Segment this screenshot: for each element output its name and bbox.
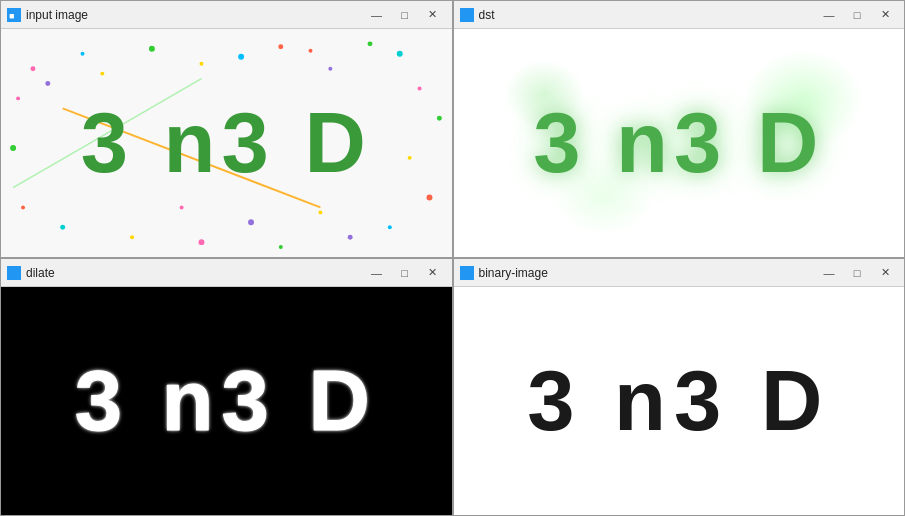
svg-rect-34 [461,267,473,279]
window-controls-binary[interactable]: — □ ✕ [816,263,898,283]
maximize-button-input[interactable]: □ [392,5,418,25]
svg-point-14 [426,195,432,201]
svg-point-12 [437,116,442,121]
maximize-button-dst[interactable]: □ [844,5,870,25]
window-controls-dst[interactable]: — □ ✕ [816,5,898,25]
svg-point-21 [21,205,25,209]
svg-point-22 [10,145,16,151]
svg-point-31 [318,210,322,214]
svg-point-18 [198,239,204,245]
text-dilate: 3 n3 D [75,352,378,450]
minimize-button-dst[interactable]: — [816,5,842,25]
svg-text:■: ■ [9,11,14,21]
window-controls-input[interactable]: — □ ✕ [364,5,446,25]
titlebar-dilate: dilate — □ ✕ [1,259,452,287]
content-input: 3 n3 D [1,29,452,257]
titlebar-binary: binary-image — □ ✕ [454,259,905,287]
svg-point-10 [397,51,403,57]
svg-point-25 [100,72,104,76]
svg-point-17 [279,245,283,249]
close-button-dst[interactable]: ✕ [872,5,898,25]
minimize-button-input[interactable]: — [364,5,390,25]
svg-rect-33 [8,267,20,279]
text-binary: 3 n3 D [527,352,830,450]
content-dst: 3 n3 D [454,29,905,257]
svg-point-11 [418,86,422,90]
window-title-dilate: dilate [26,266,364,280]
svg-point-16 [348,235,353,240]
svg-point-28 [368,41,373,46]
svg-point-23 [16,96,20,100]
svg-point-20 [60,225,65,230]
content-binary: 3 n3 D [454,287,905,515]
close-button-input[interactable]: ✕ [420,5,446,25]
app-icon-input: ■ [7,8,21,22]
minimize-button-binary[interactable]: — [816,263,842,283]
svg-point-8 [278,44,283,49]
svg-point-19 [130,235,134,239]
window-dilate: dilate — □ ✕ 3 n3 D [0,258,453,516]
titlebar-dst: dst — □ ✕ [454,1,905,29]
close-button-dilate[interactable]: ✕ [420,263,446,283]
svg-point-9 [328,67,332,71]
window-title-binary: binary-image [479,266,817,280]
app-icon-dilate [7,266,21,280]
titlebar-input: ■ input image — □ ✕ [1,1,452,29]
svg-point-6 [149,46,155,52]
svg-point-24 [45,81,50,86]
svg-point-26 [238,54,244,60]
svg-point-13 [408,156,412,160]
window-binary: binary-image — □ ✕ 3 n3 D [453,258,906,516]
window-controls-dilate[interactable]: — □ ✕ [364,263,446,283]
text-input: 3 n3 D [81,94,372,192]
text-dst: 3 n3 D [533,94,824,192]
svg-rect-32 [461,9,473,21]
content-dilate: 3 n3 D [1,287,452,515]
app-icon-binary [460,266,474,280]
maximize-button-binary[interactable]: □ [844,263,870,283]
maximize-button-dilate[interactable]: □ [392,263,418,283]
svg-point-5 [81,52,85,56]
svg-point-30 [248,219,254,225]
minimize-button-dilate[interactable]: — [364,263,390,283]
svg-point-15 [388,225,392,229]
svg-point-7 [199,62,203,66]
svg-point-4 [30,66,35,71]
svg-point-27 [309,49,313,53]
window-dst: dst — □ ✕ 3 n3 D [453,0,906,258]
svg-point-29 [180,205,184,209]
window-input: ■ input image — □ ✕ [0,0,453,258]
close-button-binary[interactable]: ✕ [872,263,898,283]
window-title-input: input image [26,8,364,22]
window-title-dst: dst [479,8,817,22]
app-icon-dst [460,8,474,22]
